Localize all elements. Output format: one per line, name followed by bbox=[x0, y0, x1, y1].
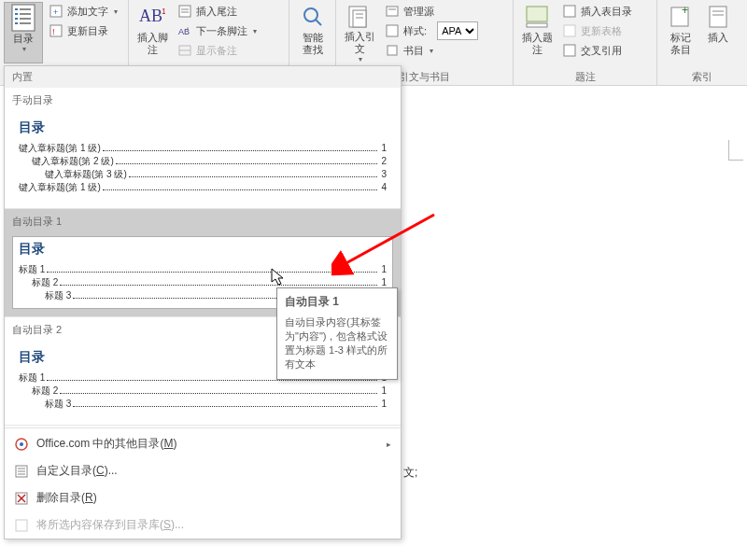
manage-sources-icon bbox=[385, 4, 400, 19]
chevron-right-icon: ▸ bbox=[387, 440, 391, 449]
svg-text:!: ! bbox=[52, 27, 55, 36]
svg-rect-34 bbox=[564, 6, 575, 17]
svg-rect-31 bbox=[388, 46, 397, 55]
chevron-down-icon: ▾ bbox=[359, 55, 362, 63]
style-selector[interactable]: 样式: APA bbox=[381, 21, 482, 40]
svg-rect-25 bbox=[353, 10, 366, 27]
svg-text:+: + bbox=[53, 7, 58, 17]
insert-citation-button[interactable]: 插入引文 ▾ bbox=[340, 2, 379, 63]
svg-line-23 bbox=[316, 20, 321, 25]
menu-text: Office.com 中的其他目录(M) bbox=[36, 436, 176, 452]
remove-toc-icon bbox=[14, 491, 29, 506]
toc-icon bbox=[10, 5, 36, 31]
toc-button[interactable]: 目录 ▾ bbox=[4, 2, 43, 63]
cross-reference-button[interactable]: 交叉引用 bbox=[558, 41, 636, 60]
insert-index-button[interactable]: 插入 bbox=[702, 2, 734, 63]
tooltip: 自动目录 1 自动目录内容(其标签为"内容")，包含格式设置为标题 1-3 样式… bbox=[276, 287, 398, 380]
svg-point-43 bbox=[20, 442, 23, 446]
gallery-item-manual[interactable]: 手动目录 目录 键入章标题(第 1 级)1键入章标题(第 2 级)2键入章标题(… bbox=[5, 88, 401, 209]
group-label-index: 索引 bbox=[661, 68, 743, 84]
bibliography-button[interactable]: 书目▾ bbox=[381, 41, 482, 60]
toc-line: 标题 31 bbox=[19, 398, 387, 411]
add-text-button[interactable]: + 添加文字 ▾ bbox=[45, 2, 121, 21]
page-corner bbox=[728, 140, 743, 161]
dropdown-header: 内置 bbox=[5, 66, 401, 88]
svg-text:¹: ¹ bbox=[187, 26, 189, 32]
toc-label: 目录 bbox=[13, 33, 34, 45]
svg-rect-28 bbox=[387, 7, 398, 16]
svg-rect-7 bbox=[15, 22, 18, 24]
toc-line: 标题 11 bbox=[19, 263, 387, 276]
group-captions: 插入题注 插入表目录 更新表格 交叉引用 题注 bbox=[514, 0, 657, 85]
svg-rect-6 bbox=[20, 18, 31, 20]
svg-rect-3 bbox=[15, 13, 18, 15]
update-toc-button[interactable]: ! 更新目录 bbox=[45, 21, 121, 40]
svg-point-22 bbox=[304, 8, 317, 21]
smart-lookup-button[interactable]: 智能查找 bbox=[293, 2, 331, 63]
save-gallery-icon bbox=[14, 518, 29, 533]
insert-index-icon bbox=[705, 4, 731, 30]
chevron-down-icon: ▾ bbox=[430, 47, 433, 55]
mark-entry-icon: + bbox=[668, 4, 694, 30]
footnote-icon: AB1 bbox=[139, 4, 165, 30]
svg-rect-33 bbox=[527, 23, 547, 27]
style-select[interactable]: APA bbox=[437, 21, 478, 40]
toc-line: 标题 21 bbox=[19, 385, 387, 398]
toc-line: 键入章标题(第 3 级)3 bbox=[19, 168, 387, 181]
svg-rect-36 bbox=[564, 45, 575, 56]
tof-icon bbox=[562, 4, 577, 19]
toc-line: 键入章标题(第 2 级)2 bbox=[19, 155, 387, 168]
tooltip-body: 自动目录内容(其标签为"内容")，包含格式设置为标题 1-3 样式的所有文本 bbox=[285, 315, 389, 371]
document-pane: 文; bbox=[403, 86, 747, 560]
mark-entry-button[interactable]: + 标记条目 bbox=[661, 2, 700, 63]
menu-text: 删除目录(R) bbox=[36, 490, 97, 506]
insert-caption-button[interactable]: 插入题注 bbox=[517, 2, 557, 63]
toc-line: 键入章标题(第 1 级)4 bbox=[19, 181, 387, 194]
menu-custom-toc[interactable]: 自定义目录(C)... bbox=[5, 457, 401, 484]
search-icon bbox=[300, 4, 326, 30]
svg-text:1: 1 bbox=[162, 7, 165, 16]
insert-tof-button[interactable]: 插入表目录 bbox=[558, 2, 636, 21]
bibliography-icon bbox=[385, 43, 400, 58]
update-toc-icon: ! bbox=[49, 23, 63, 38]
office-icon bbox=[14, 437, 29, 452]
toc-line: 键入章标题(第 1 级)1 bbox=[19, 142, 387, 155]
style-icon bbox=[385, 23, 400, 38]
next-footnote-icon: AB¹ bbox=[177, 23, 192, 38]
svg-rect-1 bbox=[15, 8, 18, 10]
custom-toc-icon bbox=[14, 464, 29, 479]
citation-icon bbox=[346, 4, 373, 29]
caption-icon bbox=[524, 4, 550, 30]
manage-sources-button[interactable]: 管理源 bbox=[381, 2, 482, 21]
show-notes-button: 显示备注 bbox=[174, 41, 261, 60]
update-table-icon bbox=[562, 23, 577, 38]
svg-rect-5 bbox=[15, 18, 18, 20]
menu-save-gallery: 将所选内容保存到目录库(S)... bbox=[5, 511, 401, 539]
insert-footnote-button[interactable]: AB1 插入脚注 bbox=[133, 2, 172, 63]
menu-text: 将所选内容保存到目录库(S)... bbox=[36, 517, 184, 533]
chevron-down-icon: ▾ bbox=[253, 27, 257, 35]
tooltip-title: 自动目录 1 bbox=[285, 294, 389, 310]
update-table-button: 更新表格 bbox=[558, 21, 636, 40]
insert-endnote-button[interactable]: 插入尾注 bbox=[174, 2, 261, 21]
svg-rect-4 bbox=[20, 13, 31, 15]
svg-rect-35 bbox=[564, 25, 575, 36]
add-text-icon: + bbox=[49, 4, 63, 19]
menu-more-office[interactable]: Office.com 中的其他目录(M) ▸ bbox=[5, 430, 401, 457]
svg-rect-2 bbox=[20, 8, 31, 10]
next-footnote-button[interactable]: AB¹下一条脚注▾ bbox=[174, 21, 261, 40]
show-notes-icon bbox=[177, 43, 192, 58]
svg-rect-51 bbox=[16, 520, 27, 531]
group-label-captions: 题注 bbox=[517, 68, 653, 84]
menu-remove-toc[interactable]: 删除目录(R) bbox=[5, 484, 401, 511]
svg-rect-39 bbox=[710, 7, 726, 27]
chevron-down-icon: ▾ bbox=[114, 7, 118, 16]
svg-rect-8 bbox=[20, 22, 31, 24]
svg-text:+: + bbox=[682, 6, 688, 17]
svg-rect-32 bbox=[527, 7, 547, 21]
svg-rect-15 bbox=[179, 6, 190, 17]
chevron-down-icon: ▾ bbox=[22, 45, 26, 53]
svg-text:AB: AB bbox=[139, 7, 162, 25]
preview-manual: 目录 键入章标题(第 1 级)1键入章标题(第 2 级)2键入章标题(第 3 级… bbox=[12, 115, 393, 201]
doc-fragment: 文; bbox=[403, 465, 417, 481]
